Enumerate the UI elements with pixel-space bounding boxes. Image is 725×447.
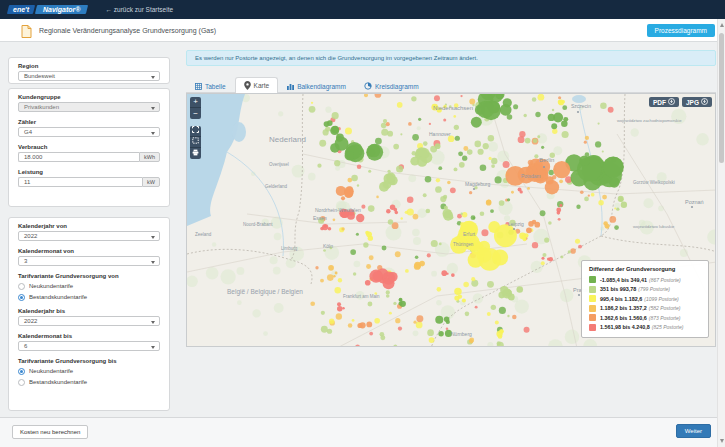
map-place-label: Nürnberg	[451, 331, 472, 337]
brand-navigator: Navigator®	[35, 5, 89, 14]
radio-checked-icon	[18, 294, 25, 301]
tab-balkendiagramm[interactable]: Balkendiagramm	[278, 79, 355, 93]
legend-range: 351 bis 993,78	[600, 286, 636, 292]
map-place-label: Limburg	[281, 246, 298, 251]
map-place-label: Noord-Brabant	[243, 222, 273, 227]
kundengruppe-label: Kundengruppe	[18, 94, 160, 100]
chevron-down-icon	[151, 346, 155, 349]
next-button[interactable]: Weiter	[676, 424, 711, 438]
kalenderjahr-bis-select[interactable]: 2022	[18, 316, 160, 326]
recalculate-button[interactable]: Kosten neu berechnen	[12, 425, 88, 439]
scroll-up-arrow-icon[interactable]	[720, 23, 724, 27]
region-select[interactable]: Bundesweit	[18, 71, 160, 81]
chevron-down-icon	[151, 132, 155, 135]
vertical-scrollbar[interactable]	[717, 19, 725, 447]
zaehler-select[interactable]: G4	[18, 127, 160, 137]
scroll-down-arrow-icon[interactable]	[720, 439, 724, 443]
tarifvariante-bis-bestandskunden-option[interactable]: Bestandskundentarife	[18, 378, 160, 386]
map-place-label: Niedersachsen	[433, 105, 473, 111]
map-place-label: województwo lubuskie	[633, 224, 675, 229]
kalendermonat-bis-label: Kalendermonat bis	[18, 333, 160, 339]
scrollbar-thumb[interactable]	[719, 33, 724, 163]
top-navbar: ene't Navigator® ← zurück zur Startseite	[0, 0, 725, 19]
view-tabs: Tabelle Karte Balkendiagramm Kreisdiagra…	[186, 77, 716, 93]
region-card: Region Bundesweit	[8, 57, 170, 84]
verbrauch-input[interactable]	[18, 152, 139, 162]
map-place-label: Poznań	[685, 199, 704, 205]
brand-logo[interactable]: ene't Navigator®	[8, 5, 88, 14]
zaehler-value: G4	[24, 129, 32, 135]
select-area-button[interactable]	[190, 137, 201, 148]
legend-entry: 1.561,98 bis 4.240,8 (825 Postorte)	[589, 323, 701, 333]
map-place-label: Szczecin	[571, 103, 591, 109]
kundengruppe-value: Privatkunden	[24, 104, 59, 110]
chevron-down-icon	[151, 261, 155, 264]
legend-title: Differenz der Grundversorgung	[589, 266, 701, 272]
download-icon	[701, 98, 708, 106]
app-root: ene't Navigator® ← zurück zur Startseite…	[0, 0, 725, 447]
radio-unchecked-icon	[18, 379, 25, 386]
zaehler-label: Zähler	[18, 119, 160, 125]
map-place-label: Berlin	[539, 157, 554, 163]
info-banner: Es werden nur Postorte angezeigt, an den…	[186, 50, 716, 66]
tarifvariante-von-label: Tarifvariante Grundversorgung von	[18, 273, 160, 279]
map-canvas[interactable]: NederlandBelgië / Belgique / BelgienČesk…	[186, 93, 716, 347]
tarifvariante-bis-neukunden-label: Neukundentarife	[29, 368, 73, 374]
kalendermonat-bis-select[interactable]: 6	[18, 341, 160, 351]
tab-karte-label: Karte	[254, 82, 270, 89]
export-jpg-button[interactable]: JPG	[682, 97, 712, 107]
tab-tabelle[interactable]: Tabelle	[186, 79, 235, 93]
zoom-in-button[interactable]: +	[190, 97, 201, 108]
pie-chart-icon	[364, 82, 372, 90]
legend-count: (799 Postorte)	[638, 286, 670, 292]
map-tool-controls	[190, 126, 201, 159]
dates-card: Kalenderjahr von 2022 Kalendermonat von …	[8, 217, 170, 411]
legend-swatch	[589, 276, 596, 283]
tarifvariante-bis-neukunden-option[interactable]: Neukundentarife	[18, 367, 160, 375]
legend-entry: 995,4 bis 1.182,6 (1099 Postorte)	[589, 294, 701, 304]
leistung-label: Leistung	[18, 169, 160, 175]
legend-count: (1099 Postorte)	[644, 296, 678, 302]
map-place-label: Thüringen	[453, 242, 474, 247]
download-icon	[668, 98, 675, 106]
printer-icon	[192, 149, 199, 159]
map-place-label: Köln	[323, 243, 333, 249]
map-place-label: Potsdam	[521, 173, 541, 179]
leistung-input[interactable]	[18, 177, 142, 187]
kalendermonat-von-select[interactable]: 3	[18, 256, 160, 266]
legend-entry: 351 bis 993,78 (799 Postorte)	[589, 285, 701, 295]
region-label: Region	[18, 63, 160, 69]
legend-swatch	[589, 286, 596, 293]
radio-checked-icon	[18, 368, 25, 375]
kalenderjahr-von-select[interactable]: 2022	[18, 231, 160, 241]
map-place-label: Zeeland	[195, 232, 212, 237]
page-header: Regionale Veränderungsanalyse Grundverso…	[0, 19, 725, 42]
tarifvariante-von-neukunden-option[interactable]: Neukundentarife	[18, 282, 160, 290]
tarifvariante-von-bestandskunden-option[interactable]: Bestandskundentarife	[18, 293, 160, 301]
selection-icon	[192, 137, 199, 147]
page-title: Regionale Veränderungsanalyse Grundverso…	[39, 27, 216, 34]
zoom-out-button[interactable]: −	[190, 108, 201, 119]
brand-ene-t: ene't	[7, 5, 35, 14]
region-value: Bundesweit	[24, 73, 55, 79]
map-pin-icon	[244, 81, 251, 90]
map-place-label: Nordrhein-Westfalen	[315, 207, 361, 213]
kundengruppe-select[interactable]: Privatkunden	[18, 102, 160, 112]
map-place-label: Hannover	[429, 131, 451, 137]
back-to-start-link[interactable]: ← zurück zur Startseite	[106, 6, 174, 13]
tab-karte[interactable]: Karte	[235, 77, 279, 93]
legend-entry: 1.186,2 bis 1.357,2 (582 Postorte)	[589, 304, 701, 314]
print-button[interactable]	[190, 148, 201, 159]
fullscreen-button[interactable]	[190, 126, 201, 137]
export-pdf-label: PDF	[653, 99, 666, 106]
legend-count: (582 Postorte)	[649, 305, 681, 311]
export-pdf-button[interactable]: PDF	[649, 97, 679, 107]
legend-range: 1.561,98 bis 4.240,8	[600, 324, 650, 330]
map-place-label: województwo zachodniopomorskie	[617, 118, 682, 123]
tab-kreisdiagramm[interactable]: Kreisdiagramm	[355, 78, 428, 93]
radio-unchecked-icon	[18, 283, 25, 290]
chevron-down-icon	[151, 321, 155, 324]
process-diagram-button[interactable]: Prozessdiagramm	[647, 24, 715, 37]
legend-range: -1.085,4 bis 349,41	[600, 277, 647, 283]
legend-range: 1.186,2 bis 1.357,2	[600, 305, 647, 311]
